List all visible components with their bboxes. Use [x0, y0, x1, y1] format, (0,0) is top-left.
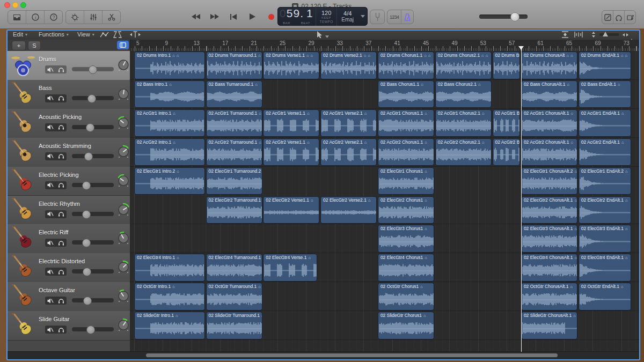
audio-region[interactable]: 02 ElecGtr4 Turnaround.1⌂: [206, 254, 262, 282]
flex-button[interactable]: [113, 31, 122, 39]
lcd-mode-chevron[interactable]: [358, 7, 368, 26]
audio-region[interactable]: 02 Drums Turnaround.1⌂⌂: [206, 51, 262, 79]
audio-region[interactable]: 02 AcGtr1 Bre: [493, 109, 520, 137]
master-volume-slider[interactable]: [479, 14, 528, 19]
solo-button[interactable]: [56, 268, 67, 276]
audio-region[interactable]: 02 ElecGtr1 EndAlt.2⌂: [579, 167, 631, 195]
mute-button[interactable]: [45, 123, 56, 131]
audio-region[interactable]: 02 ElecGtr2 ChorusAlt.1⌂: [521, 196, 577, 224]
mute-button[interactable]: [45, 239, 56, 247]
smart-controls-button[interactable]: [66, 11, 84, 24]
forward-button[interactable]: [208, 11, 222, 23]
audio-region[interactable]: 02 ElecGtr4 ChorusAlt.1⌂: [521, 254, 577, 282]
solo-button[interactable]: [56, 94, 67, 102]
volume-knob[interactable]: [82, 239, 91, 247]
playhead-marker[interactable]: [518, 46, 524, 50]
pan-knob[interactable]: [116, 231, 130, 247]
media-browser-button[interactable]: [625, 11, 635, 24]
volume-slider[interactable]: [72, 96, 114, 100]
audio-region[interactable]: 02 OctGtr ChorusAlt.1⌂: [521, 283, 577, 311]
audio-region[interactable]: 02 ElecGtr1 Chorus1⌂: [378, 167, 434, 195]
horizontal-scrollbar[interactable]: [146, 353, 558, 357]
audio-region[interactable]: 02 AcGtr1 Verse1.1⌂: [263, 109, 319, 137]
solo-button[interactable]: [56, 181, 67, 189]
audio-region[interactable]: 02 ElecGtr2 Verse1.1⌂: [263, 196, 319, 224]
track-header-acoustic-picking[interactable]: Acoustic Picking: [8, 109, 130, 138]
solo-button[interactable]: [56, 239, 67, 247]
audio-region[interactable]: 02 ElecGtr2 Chorus1⌂: [378, 196, 434, 224]
audio-region[interactable]: 02 Drums EndAlt.1⌂⌂: [579, 51, 631, 79]
pan-knob[interactable]: [116, 260, 130, 276]
record-button[interactable]: [264, 11, 278, 23]
audio-region[interactable]: 02 ElecGtr2 EndAlt.1⌂: [579, 196, 631, 224]
vertical-zoom-slider[interactable]: [591, 32, 619, 39]
lcd-display[interactable]: 0 59. 1 BAR BEAT 120 KEEP TEMPO 4/4 Emaj: [277, 7, 368, 26]
solo-button[interactable]: [56, 123, 67, 131]
audio-region[interactable]: 02 OctGtr EndAlt.1⌂: [579, 283, 631, 311]
audio-region[interactable]: 02 Bass EndAlt.1⌂: [579, 80, 631, 108]
audio-region[interactable]: 02 Bass Intro.1⌂: [134, 80, 205, 108]
lcd-key-section[interactable]: 4/4 Emaj: [337, 7, 358, 26]
pan-knob[interactable]: [116, 145, 130, 161]
mute-button[interactable]: [45, 65, 56, 73]
play-button[interactable]: [245, 11, 259, 23]
audio-region[interactable]: 02 AcGtr1 Chorus1.1⌂: [378, 109, 434, 137]
audio-region[interactable]: 02 AcGtr1 EndAlt.1⌂: [579, 109, 631, 137]
audio-region[interactable]: 02 ElecGtr1 Intro.2⌂: [134, 167, 205, 195]
track-header-electric-rhythm[interactable]: Electric Rhythm: [8, 196, 130, 225]
volume-knob[interactable]: [89, 65, 97, 74]
automation-button[interactable]: [100, 31, 109, 39]
volume-knob[interactable]: [86, 326, 95, 334]
audio-region[interactable]: 02 SlideGtr ChorusAlt.1⌂: [521, 312, 577, 339]
audio-region[interactable]: 02 AcGtr1 Chorus2.1⌂: [435, 109, 492, 137]
go-to-beginning-button[interactable]: [226, 11, 240, 23]
audio-region[interactable]: 02 ElecGtr1 Turnaround.2⌂: [206, 167, 262, 195]
vertical-auto-zoom-button[interactable]: [561, 31, 569, 39]
audio-region[interactable]: 02 Drums Chorus1.1⌂⌂: [378, 51, 434, 79]
audio-region[interactable]: 02 ElecGtr4 Verse.1⌂: [263, 254, 317, 282]
audio-region[interactable]: 02 Drums Verse1.1⌂⌂: [263, 51, 319, 79]
audio-region[interactable]: 02 AcGtr2 Turnaround.1⌂: [206, 138, 262, 166]
lcd-position-section[interactable]: 0 59. 1 BAR BEAT: [277, 7, 316, 26]
volume-knob[interactable]: [83, 297, 92, 305]
solo-button[interactable]: [56, 210, 67, 218]
volume-slider[interactable]: [72, 327, 114, 331]
audio-region[interactable]: 02 SlideGtr Chorus1⌂: [378, 312, 434, 339]
edit-menu[interactable]: Edit ▾: [13, 31, 27, 38]
mixer-button[interactable]: [84, 11, 103, 24]
track-header-acoustic-strumming[interactable]: Acoustic Strumming: [8, 138, 130, 167]
help-button[interactable]: ?: [45, 11, 62, 24]
audio-region[interactable]: 02 AcGtr2 Chorus1.1⌂: [378, 138, 434, 166]
volume-knob[interactable]: [82, 181, 91, 190]
volume-knob[interactable]: [86, 123, 94, 132]
tuner-button[interactable]: [370, 10, 384, 24]
audio-region[interactable]: 02 AcGtr1 Turnaround.1⌂: [206, 109, 262, 137]
quick-help-info-button[interactable]: i: [26, 11, 45, 24]
volume-slider[interactable]: [72, 212, 114, 216]
volume-slider[interactable]: [72, 154, 114, 158]
library-button[interactable]: [8, 11, 26, 24]
functions-menu[interactable]: Functions ▾: [39, 31, 69, 38]
volume-slider[interactable]: [72, 183, 114, 187]
audio-region[interactable]: 02 AcGtr1 Intro.1⌂: [134, 109, 205, 137]
loop-browser-button[interactable]: [613, 11, 625, 24]
timeline-arrange-area[interactable]: 02 Drums Intro.1⌂⌂02 Drums Turnaround.1⌂…: [130, 51, 639, 352]
audio-region[interactable]: 02 Bass ChorusAlt.1⌂: [521, 80, 577, 108]
audio-region[interactable]: 02 Drums Intro.1⌂⌂: [134, 51, 205, 79]
volume-slider[interactable]: [72, 240, 114, 245]
audio-region[interactable]: 02 SlideGtr Turnaround.1⌂: [206, 312, 262, 339]
track-header-slide-guitar[interactable]: Slide Guitar: [8, 311, 130, 341]
mute-button[interactable]: [45, 268, 56, 276]
master-volume-knob[interactable]: [510, 12, 519, 21]
audio-region[interactable]: 02 AcGtr1 ChorusAlt.1⌂: [521, 109, 577, 137]
audio-region[interactable]: 02 ElecGtr1 ChorusAlt.2⌂: [521, 167, 577, 195]
metronome-button[interactable]: [401, 10, 413, 24]
volume-knob[interactable]: [82, 210, 91, 219]
audio-region[interactable]: 02 Bass Chorus2.1⌂: [435, 80, 492, 108]
add-track-button[interactable]: +: [12, 41, 26, 50]
view-menu[interactable]: View ▾: [77, 31, 94, 38]
pan-knob[interactable]: [116, 174, 130, 190]
track-header-electric-riff[interactable]: Electric Riff: [8, 224, 130, 254]
audio-region[interactable]: 02 ElecGtr4 EndAlt.1⌂: [579, 254, 631, 282]
track-header-drums[interactable]: Drums: [8, 51, 130, 80]
